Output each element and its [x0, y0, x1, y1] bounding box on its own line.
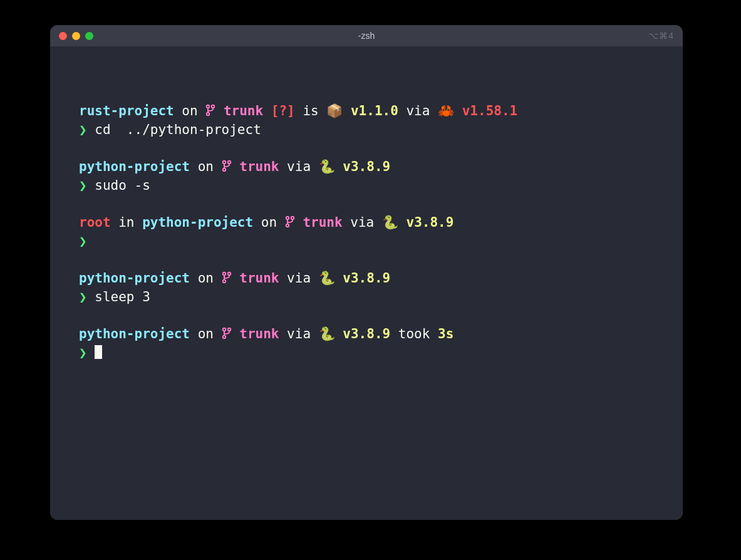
svg-point-2	[207, 113, 209, 115]
prompt-segment: on	[190, 271, 222, 286]
prompt-symbol: ❯	[79, 122, 95, 137]
command-line[interactable]: ❯	[79, 343, 654, 362]
svg-point-10	[227, 272, 230, 274]
prompt-line: root in python-project on trunk via 🐍 v3…	[79, 213, 654, 232]
command-line[interactable]: ❯	[79, 232, 654, 251]
command-line[interactable]: ❯ cd ../python-project	[79, 120, 654, 139]
prompt-segment: on	[174, 103, 206, 118]
svg-point-8	[286, 224, 289, 227]
terminal-window: -zsh ⌥⌘4 rust-project on trunk [?] is 📦 …	[50, 25, 683, 520]
prompt-segment: python-project	[79, 271, 190, 286]
svg-point-6	[286, 217, 289, 219]
svg-point-1	[212, 105, 214, 108]
git-branch-icon	[222, 271, 232, 284]
cursor	[95, 345, 102, 359]
prompt-segment: took	[390, 326, 438, 341]
prompt-segment: v1.58.1	[462, 103, 518, 118]
prompt-segment: via	[343, 215, 382, 230]
prompt-segment: on	[190, 326, 222, 341]
prompt-segment: rust-project	[79, 103, 174, 118]
command-text: sleep 3	[95, 289, 150, 304]
git-branch-icon	[285, 215, 295, 230]
prompt-segment: 📦	[326, 103, 351, 118]
prompt-segment: 🐍	[319, 159, 343, 174]
git-branch-icon	[222, 271, 232, 286]
prompt-block: rust-project on trunk [?] is 📦 v1.1.0 vi…	[79, 101, 654, 140]
svg-point-4	[227, 161, 230, 163]
prompt-block: python-project on trunk via 🐍 v3.8.9❯ sl…	[79, 269, 654, 307]
prompt-segment: root	[79, 215, 111, 230]
prompt-segment: v3.8.9	[343, 326, 390, 341]
prompt-symbol: ❯	[79, 289, 95, 304]
prompt-segment: v3.8.9	[406, 215, 453, 230]
prompt-segment: on	[253, 215, 285, 230]
prompt-segment: 🦀	[438, 103, 462, 118]
git-branch-icon	[222, 327, 232, 340]
prompt-segment: [?]	[263, 103, 295, 118]
prompt-segment: 🐍	[319, 326, 343, 341]
svg-point-0	[207, 105, 209, 108]
prompt-line: rust-project on trunk [?] is 📦 v1.1.0 vi…	[79, 101, 654, 120]
svg-point-9	[222, 272, 225, 274]
minimize-button[interactable]	[72, 32, 80, 40]
prompt-segment: 🐍	[319, 271, 343, 286]
svg-point-11	[222, 279, 225, 282]
terminal-body[interactable]: rust-project on trunk [?] is 📦 v1.1.0 vi…	[50, 46, 683, 520]
svg-point-12	[222, 328, 225, 330]
prompt-block: root in python-project on trunk via 🐍 v3…	[79, 213, 654, 251]
prompt-line: python-project on trunk via 🐍 v3.8.9	[79, 269, 654, 288]
prompt-symbol: ❯	[79, 178, 95, 193]
prompt-segment: python-project	[79, 159, 190, 174]
git-branch-icon	[222, 326, 232, 341]
prompt-symbol: ❯	[79, 234, 95, 249]
tab-shortcut-indicator: ⌥⌘4	[648, 31, 674, 41]
zoom-button[interactable]	[85, 32, 93, 40]
prompt-segment: in	[111, 215, 143, 230]
prompt-segment: is	[295, 103, 327, 118]
command-text: sudo -s	[95, 178, 150, 193]
titlebar: -zsh ⌥⌘4	[50, 25, 683, 46]
git-branch-icon	[222, 160, 232, 172]
prompt-segment: via	[279, 326, 318, 341]
prompt-symbol: ❯	[79, 345, 95, 360]
svg-point-13	[227, 328, 230, 330]
prompt-segment: trunk	[232, 271, 279, 286]
command-line[interactable]: ❯ sleep 3	[79, 288, 654, 306]
svg-point-3	[222, 161, 225, 163]
prompt-block: python-project on trunk via 🐍 v3.8.9 too…	[79, 324, 654, 363]
prompt-segment: python-project	[79, 326, 190, 341]
command-line[interactable]: ❯ sudo -s	[79, 176, 654, 195]
prompt-segment: trunk	[232, 159, 279, 174]
prompt-line: python-project on trunk via 🐍 v3.8.9	[79, 157, 654, 176]
close-button[interactable]	[59, 32, 67, 40]
prompt-segment: via	[279, 271, 318, 286]
prompt-segment: v1.1.0	[351, 103, 398, 118]
prompt-segment: v3.8.9	[343, 159, 390, 174]
prompt-segment: trunk	[295, 215, 343, 230]
prompt-segment: 3s	[438, 326, 453, 341]
prompt-segment: via	[398, 103, 438, 118]
prompt-segment: trunk	[215, 103, 263, 118]
svg-point-14	[222, 335, 225, 338]
command-text: cd ../python-project	[95, 122, 261, 137]
prompt-segment: via	[279, 159, 318, 174]
prompt-segment: trunk	[232, 326, 279, 341]
git-branch-icon	[205, 103, 215, 118]
git-branch-icon	[205, 104, 215, 117]
window-title: -zsh	[50, 31, 683, 41]
prompt-line: python-project on trunk via 🐍 v3.8.9 too…	[79, 324, 654, 343]
prompt-segment: v3.8.9	[343, 271, 390, 286]
git-branch-icon	[222, 159, 232, 174]
prompt-segment: 🐍	[382, 215, 407, 230]
traffic-lights	[59, 32, 93, 40]
svg-point-7	[291, 217, 294, 219]
prompt-segment: python-project	[142, 215, 253, 230]
git-branch-icon	[285, 215, 295, 228]
svg-point-5	[222, 169, 225, 171]
prompt-segment: on	[190, 159, 222, 174]
prompt-block: python-project on trunk via 🐍 v3.8.9❯ su…	[79, 157, 654, 195]
